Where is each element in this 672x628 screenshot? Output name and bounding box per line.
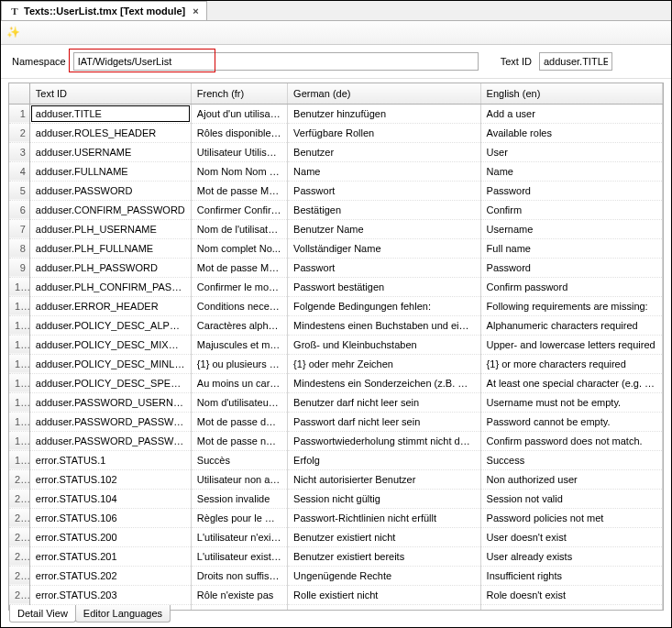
cell-en[interactable]: Non authorized user xyxy=(480,469,662,489)
cell-de[interactable]: Benutzer Name xyxy=(288,219,481,238)
cell-fr[interactable]: L'utilisateur existe ... xyxy=(191,546,287,566)
cell-de[interactable]: Benutzer xyxy=(288,142,481,161)
cell-textid[interactable]: adduser.POLICY_DESC_ALPHA... xyxy=(29,315,191,335)
cell-fr[interactable]: Ajout d'un utilisate... xyxy=(191,104,287,123)
table-row[interactable]: 11adduser.ERROR_HEADERConditions neces..… xyxy=(9,296,663,315)
table-row[interactable]: 9adduser.PLH_PASSWORDMot de passe Mot...… xyxy=(9,258,663,277)
cell-fr[interactable]: Mot de passe Mot... xyxy=(191,258,287,277)
tab-detail-view[interactable]: Detail View xyxy=(9,605,76,622)
cell-en[interactable]: Username xyxy=(480,219,662,238)
cell-textid[interactable]: adduser.PLH_PASSWORD xyxy=(29,258,191,277)
cell-en[interactable]: Username must not be empty. xyxy=(480,392,662,412)
cell-fr[interactable]: Rôles disponibles ... xyxy=(191,123,287,142)
table-row[interactable]: 12adduser.POLICY_DESC_ALPHA...Caractères… xyxy=(9,315,663,335)
cell-en[interactable]: Password policies not met xyxy=(480,508,662,527)
cell-textid[interactable]: error.STATUS.203 xyxy=(29,585,191,604)
cell-en[interactable]: Full name xyxy=(480,238,662,258)
cell-fr[interactable]: Mot de passe Mot... xyxy=(191,181,287,200)
table-row[interactable]: 10adduser.PLH_CONFIRM_PASS...Confirmer l… xyxy=(9,277,663,296)
cell-fr[interactable]: Utilisateur Utilisat... xyxy=(191,142,287,161)
textid-edit-input[interactable] xyxy=(31,105,190,122)
cell-de[interactable]: Ungenügende Rechte xyxy=(288,566,481,585)
cell-fr[interactable]: Confirmer Confirm... xyxy=(191,200,287,219)
cell-en[interactable]: Available roles xyxy=(480,123,662,142)
cell-en[interactable]: Too many roles xyxy=(480,604,662,611)
table-row[interactable]: 1Ajout d'un utilisate...Benutzer hinzufü… xyxy=(9,104,663,123)
cell-de[interactable]: Mindestens einen Buchstaben und eine ... xyxy=(288,315,481,335)
table-row[interactable]: 25error.STATUS.202Droits non suffisa...U… xyxy=(9,566,663,585)
cell-fr[interactable]: Droits non suffisa... xyxy=(191,566,287,585)
cell-fr[interactable]: Caractères alpha... xyxy=(191,315,287,335)
table-row[interactable]: 24error.STATUS.201L'utilisateur existe .… xyxy=(9,546,663,566)
cell-fr[interactable]: Nom Nom Nom N... xyxy=(191,161,287,181)
close-icon[interactable]: × xyxy=(193,6,198,17)
cell-de[interactable]: Passwort darf nicht leer sein xyxy=(288,412,481,431)
cell-textid[interactable]: adduser.CONFIRM_PASSWORD xyxy=(29,200,191,219)
table-row[interactable]: 2adduser.ROLES_HEADERRôles disponibles .… xyxy=(9,123,663,142)
cell-de[interactable]: Bestätigen xyxy=(288,200,481,219)
cell-fr[interactable]: Mot de passe ne ... xyxy=(191,431,287,450)
cell-fr[interactable]: Nom complet No... xyxy=(191,238,287,258)
cell-de[interactable]: Benutzer darf nicht leer sein xyxy=(288,392,481,412)
cell-fr[interactable]: Trop de rôles xyxy=(191,604,287,611)
table-row[interactable]: 19error.STATUS.1SuccèsErfolgSuccess xyxy=(9,450,663,469)
cell-textid[interactable]: adduser.ROLES_HEADER xyxy=(29,123,191,142)
cell-en[interactable]: Role doesn't exist xyxy=(480,585,662,604)
table-row[interactable]: 17adduser.PASSWORD_PASSWO...Mot de passe… xyxy=(9,412,663,431)
table-row[interactable]: 16adduser.PASSWORD_USERNA...Nom d'utilis… xyxy=(9,392,663,412)
table-row[interactable]: 20error.STATUS.102Utilisateur non aut...… xyxy=(9,469,663,489)
cell-de[interactable]: Session nicht gültig xyxy=(288,489,481,508)
cell-de[interactable]: Mindestens ein Sonderzeichen (z.B. %$ö) xyxy=(288,373,481,392)
cell-fr[interactable]: Confirmer le mot d... xyxy=(191,277,287,296)
table-row[interactable]: 26error.STATUS.203Rôle n'existe pasRolle… xyxy=(9,585,663,604)
cell-en[interactable]: Password cannot be empty. xyxy=(480,412,662,431)
cell-de[interactable]: Vollständiger Name xyxy=(288,238,481,258)
cell-de[interactable]: Nicht autorisierter Benutzer xyxy=(288,469,481,489)
cell-de[interactable]: Zu viele Rollen xyxy=(288,604,481,611)
cell-de[interactable]: Passwort-Richtlinien nicht erfüllt xyxy=(288,508,481,527)
cell-en[interactable]: Password xyxy=(480,258,662,277)
cell-en[interactable]: Confirm password does not match. xyxy=(480,431,662,450)
cell-textid[interactable]: adduser.PLH_FULLNAME xyxy=(29,238,191,258)
wand-icon[interactable] xyxy=(6,26,21,40)
table-row[interactable]: 21error.STATUS.104Session invalideSessio… xyxy=(9,489,663,508)
cell-de[interactable]: Folgende Bedingungen fehlen: xyxy=(288,296,481,315)
cell-textid[interactable]: adduser.FULLNAME xyxy=(29,161,191,181)
cell-en[interactable]: User xyxy=(480,142,662,161)
cell-textid[interactable]: error.STATUS.201 xyxy=(29,546,191,566)
cell-textid[interactable]: error.STATUS.106 xyxy=(29,508,191,527)
cell-en[interactable]: User already exists xyxy=(480,546,662,566)
col-french[interactable]: French (fr) xyxy=(191,83,287,104)
cell-textid[interactable]: adduser.PLH_USERNAME xyxy=(29,219,191,238)
cell-fr[interactable]: {1} ou plusieurs c... xyxy=(191,354,287,373)
cell-textid[interactable]: adduser.PASSWORD xyxy=(29,181,191,200)
cell-en[interactable]: {1} or more characters required xyxy=(480,354,662,373)
cell-de[interactable]: Groß- und Kleinbuchstaben xyxy=(288,335,481,354)
cell-en[interactable]: Confirm xyxy=(480,200,662,219)
cell-en[interactable]: Name xyxy=(480,161,662,181)
table-row[interactable]: 4adduser.FULLNAMENom Nom Nom N...NameNam… xyxy=(9,161,663,181)
cell-de[interactable]: Passwort xyxy=(288,258,481,277)
cell-de[interactable]: {1} oder mehr Zeichen xyxy=(288,354,481,373)
tab-editor-languages[interactable]: Editor Languages xyxy=(75,605,171,622)
cell-textid[interactable]: error.STATUS.102 xyxy=(29,469,191,489)
cell-en[interactable]: Password xyxy=(480,181,662,200)
textid-filter-input[interactable] xyxy=(539,52,612,71)
cell-textid[interactable] xyxy=(29,104,191,123)
cell-fr[interactable]: Nom de l'utilisateu... xyxy=(191,219,287,238)
cell-en[interactable]: Following requirements are missing: xyxy=(480,296,662,315)
cell-fr[interactable]: Rôle n'existe pas xyxy=(191,585,287,604)
table-row[interactable]: 18adduser.PASSWORD_PASSWO...Mot de passe… xyxy=(9,431,663,450)
cell-textid[interactable]: error.STATUS.202 xyxy=(29,566,191,585)
table-row[interactable]: 3adduser.USERNAMEUtilisateur Utilisat...… xyxy=(9,142,663,161)
cell-fr[interactable]: Utilisateur non aut... xyxy=(191,469,287,489)
cell-de[interactable]: Passwort xyxy=(288,181,481,200)
cell-de[interactable]: Benutzer existiert nicht xyxy=(288,527,481,546)
cell-de[interactable]: Name xyxy=(288,161,481,181)
table-row[interactable]: 15adduser.POLICY_DESC_SPECIA...Au moins … xyxy=(9,373,663,392)
cell-en[interactable]: Insufficient rights xyxy=(480,566,662,585)
cell-fr[interactable]: Mot de passe doit... xyxy=(191,412,287,431)
table-row[interactable]: 6adduser.CONFIRM_PASSWORDConfirmer Confi… xyxy=(9,200,663,219)
col-textid[interactable]: Text ID xyxy=(29,83,191,104)
cell-fr[interactable]: L'utilisateur n'exist... xyxy=(191,527,287,546)
